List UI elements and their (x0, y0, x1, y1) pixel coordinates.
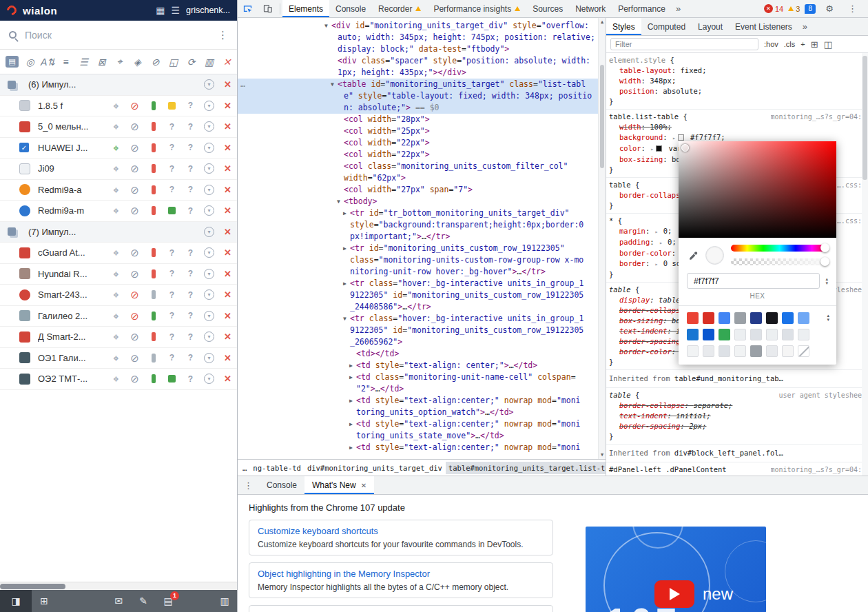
hov-toggle-button[interactable]: :hov (764, 40, 778, 48)
dom-tree-line[interactable]: _24408586">…</tr> (238, 301, 606, 313)
units-list-menu-icon[interactable]: ▤ (3, 54, 21, 70)
unit-status-cell[interactable] (144, 327, 163, 347)
dom-tree-line[interactable]: style="background:transparent;height:0px… (238, 219, 606, 231)
css-declaration[interactable]: border-spacing: 2px; (609, 421, 867, 431)
saved-filters-icon[interactable]: ☰ (75, 54, 92, 70)
new-style-rule-button[interactable]: + (800, 40, 805, 48)
dom-tree-line[interactable]: <td></td> (238, 348, 606, 360)
palette-color-swatch[interactable] (750, 312, 762, 324)
dom-tree-line[interactable]: <col class="monitoring_units_custom_filt… (238, 161, 606, 172)
unit-status-cell[interactable]: ⊘ (125, 201, 144, 221)
css-declaration[interactable]: table-layout: fixed; (609, 65, 867, 76)
unit-name[interactable]: Redmi9a-m (38, 205, 107, 216)
unit-status-cell[interactable] (144, 116, 163, 137)
unit-remove-cell[interactable]: ✕ (218, 222, 237, 243)
unit-status-cell[interactable] (163, 201, 181, 221)
unit-name[interactable]: ОЭ1 Гали... (38, 353, 107, 363)
unit-status-cell[interactable] (181, 74, 200, 95)
elements-scrollbar[interactable]: ▲ ▼ (598, 18, 606, 459)
palette-color-swatch[interactable] (782, 312, 794, 324)
unit-row[interactable]: ОЭ1 Гали...⌖⊘??▾✕ (0, 348, 237, 369)
unit-status-cell[interactable]: ? (163, 138, 181, 159)
unit-status-cell[interactable]: ⊘ (125, 369, 144, 389)
computed-grid-icon[interactable]: ⊞ (811, 39, 818, 50)
unit-status-cell[interactable] (144, 201, 163, 221)
unit-name[interactable]: HUAWEI J... (38, 143, 107, 153)
unit-status-cell[interactable] (144, 285, 163, 305)
dom-tree-line[interactable]: …▼<table id="monitoring_units_target" cl… (238, 79, 606, 90)
unit-report-icon[interactable]: ▥ (200, 54, 218, 70)
unit-row[interactable]: cGuard At...⌖⊘??▾✕ (0, 243, 237, 264)
dom-tree-line[interactable]: _26065962"> (238, 336, 606, 348)
unit-menu-cell[interactable]: ▾ (200, 327, 218, 347)
dom-tree-line[interactable]: ▶<td style="text-align:center;" nowrap m… (238, 395, 606, 407)
palette-color-swatch[interactable] (750, 345, 762, 357)
unit-remove-cell[interactable]: ✕ (218, 306, 237, 327)
unit-status-cell[interactable]: ? (163, 306, 181, 327)
unit-status-cell[interactable]: ? (181, 116, 200, 137)
dom-tree-line[interactable]: ▶<tr id="monitoring_units_custom_row_191… (238, 243, 606, 254)
device-toolbar-icon[interactable] (258, 3, 278, 14)
dom-tree-line[interactable]: ▼<tbody> (238, 196, 606, 207)
unit-status-cell[interactable] (144, 96, 163, 116)
palette-color-swatch[interactable] (750, 329, 762, 340)
unit-menu-cell[interactable]: ▾ (200, 306, 218, 327)
palette-color-swatch[interactable] (798, 329, 809, 340)
unit-status-cell[interactable]: ⊘ (125, 159, 144, 179)
unit-status-cell[interactable]: ⌖ (107, 159, 125, 179)
unit-status-cell[interactable] (163, 222, 181, 243)
color-gradient-area[interactable] (679, 141, 836, 238)
dom-tree-line[interactable]: display: block;" data-test="ftbody"> (238, 43, 606, 55)
unit-menu-cell[interactable]: ▾ (200, 285, 218, 305)
tab-elements[interactable]: Elements (282, 0, 329, 17)
alpha-slider[interactable] (731, 258, 828, 265)
unit-status-cell[interactable]: ⊘ (125, 306, 144, 327)
styles-scrollbar[interactable] (862, 53, 868, 476)
tab-sources[interactable]: Sources (526, 0, 569, 17)
css-declaration[interactable]: width: 100%; (609, 122, 867, 132)
watch-units-icon[interactable]: ◈ (129, 54, 146, 70)
css-declaration[interactable]: text-indent: initial; (609, 411, 867, 421)
tab-console[interactable]: Console (329, 0, 372, 17)
tab-layout[interactable]: Layout (692, 18, 729, 35)
dom-tree-line[interactable]: nitoring-unit-row hover:_bg-hover">…</tr… (238, 266, 606, 278)
unit-status-cell[interactable]: ⌖ (107, 264, 125, 285)
current-color-swatch[interactable] (705, 246, 724, 265)
dom-tree-line[interactable]: toring_units_state_move">…</td> (238, 430, 606, 442)
unit-name[interactable]: Галилео 2... (38, 311, 107, 321)
scroll-up-icon[interactable]: ▲ (599, 18, 606, 26)
unit-checkbox[interactable]: ✓ (19, 143, 29, 152)
unit-menu-cell[interactable]: ▾ (200, 369, 218, 389)
unit-status-cell[interactable]: ? (163, 327, 181, 347)
palette-color-swatch[interactable] (734, 345, 746, 357)
stylesheet-link[interactable]: monitoring_…s?s_gr=04:1 (771, 465, 866, 475)
unit-status-cell[interactable]: ? (181, 369, 200, 389)
eyedropper-icon[interactable] (687, 249, 699, 261)
unit-name[interactable]: Д Smart-2... (38, 332, 107, 342)
unit-status-cell[interactable]: ⌖ (107, 327, 125, 347)
dom-tree-line[interactable]: px!important;">…</tr> (238, 231, 606, 243)
drawer-menu-icon[interactable]: ⋮ (238, 480, 259, 491)
palette-color-swatch[interactable] (734, 329, 746, 340)
unit-status-cell[interactable]: ? (163, 180, 181, 201)
unit-status-cell[interactable]: ⊘ (125, 348, 144, 369)
unit-status-cell[interactable] (107, 74, 125, 95)
unit-status-cell[interactable]: ? (181, 348, 200, 369)
unit-status-cell[interactable] (163, 369, 181, 389)
tab-performance-insights[interactable]: Performance insights (427, 0, 526, 17)
unit-status-cell[interactable]: ? (181, 96, 200, 116)
palette-color-swatch[interactable] (687, 345, 699, 357)
unit-status-cell[interactable] (144, 180, 163, 201)
main-menu-icon[interactable]: ☰ (172, 5, 180, 16)
dom-tree-line[interactable]: 1px; height: 435px;"></div> (238, 67, 606, 79)
palette-color-swatch[interactable] (766, 329, 778, 340)
unit-remove-cell[interactable]: ✕ (218, 264, 237, 285)
styles-scrollbar-thumb[interactable] (862, 56, 867, 180)
unit-name[interactable]: (6) Импул... (28, 79, 107, 90)
dom-tree-line[interactable]: 9122305" id="monitoring_units_custom_row… (238, 325, 606, 336)
palette-color-swatch[interactable] (782, 329, 794, 340)
console-errors-badge[interactable]: ✕ 14 (764, 4, 783, 13)
whats-new-card[interactable]: Customize keyboard shortcutsCustomize ke… (249, 520, 553, 555)
unit-status-cell[interactable]: ⌖ (107, 285, 125, 305)
breadcrumb-item[interactable]: table#monitoring_units_target.list-table (446, 462, 606, 474)
